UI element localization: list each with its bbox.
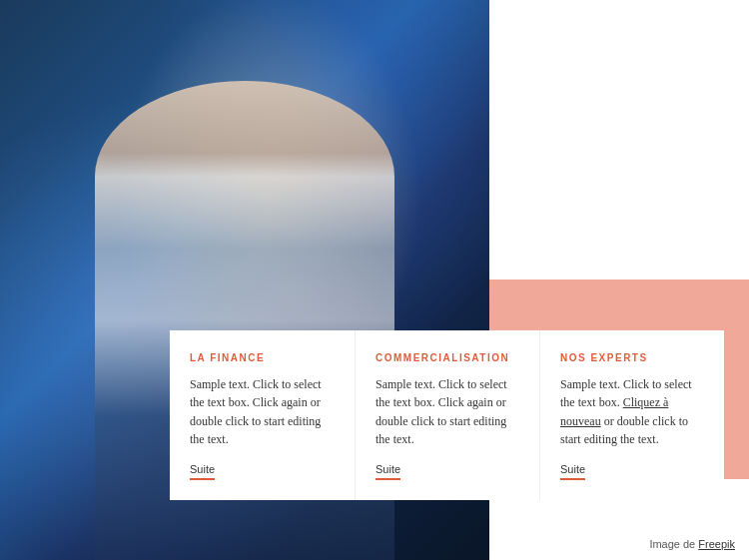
card-experts-link[interactable]: Suite xyxy=(560,463,585,480)
attribution-link[interactable]: Freepik xyxy=(698,538,735,550)
image-attribution: Image de Freepik xyxy=(649,538,735,550)
card-experts-body: Sample text. Click to select the text bo… xyxy=(560,375,704,449)
card-commercialisation-title: COMMERCIALISATION xyxy=(375,352,519,363)
card-experts: NOS EXPERTS Sample text. Click to select… xyxy=(539,330,724,500)
white-background-area xyxy=(489,0,749,280)
card-commercialisation-link[interactable]: Suite xyxy=(375,463,400,480)
card-commercialisation: COMMERCIALISATION Sample text. Click to … xyxy=(355,330,539,500)
cards-container: LA FINANCE Sample text. Click to select … xyxy=(170,330,724,500)
card-finance-body: Sample text. Click to select the text bo… xyxy=(190,375,335,449)
card-experts-title: NOS EXPERTS xyxy=(560,352,704,363)
card-finance: LA FINANCE Sample text. Click to select … xyxy=(170,330,355,500)
card-finance-link[interactable]: Suite xyxy=(190,463,215,480)
attribution-prefix: Image de xyxy=(649,538,695,550)
card-finance-title: LA FINANCE xyxy=(190,352,335,363)
card-commercialisation-body: Sample text. Click to select the text bo… xyxy=(375,375,519,449)
